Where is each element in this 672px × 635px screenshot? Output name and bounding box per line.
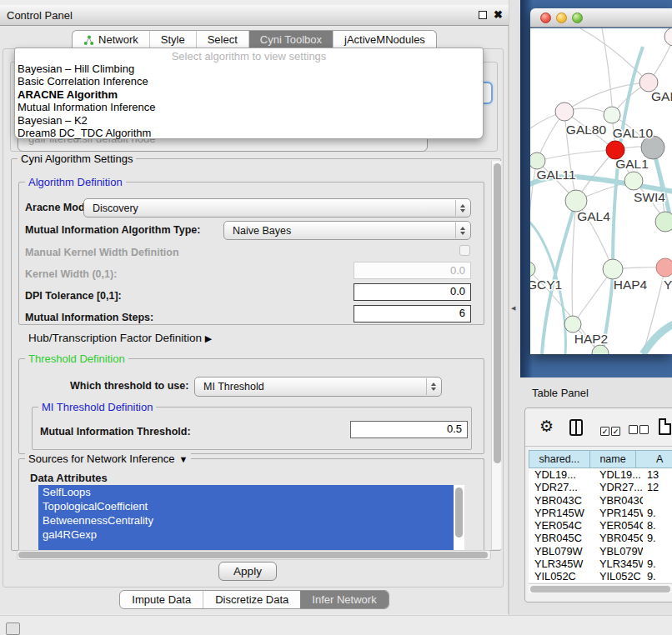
node-gal80[interactable] [555, 102, 574, 121]
node-hap4[interactable] [603, 259, 623, 279]
list-item-gal4rgexp[interactable]: gal4RGexp [38, 528, 464, 542]
panel-corner-icon[interactable] [6, 622, 20, 635]
tab-discretize-data[interactable]: Discretize Data [203, 591, 300, 608]
algorithm-definition-title: Algorithm Definition [25, 176, 126, 188]
column-layout-icon[interactable] [569, 419, 583, 436]
table-panel: Table Panel ⚙ ✓✓ shared... name A YDL19.… [520, 378, 672, 635]
toolbox-bottom-tabbar: Impute Data Discretize Data Infer Networ… [0, 590, 509, 609]
sources-group-title: Sources for Network Inference ▼ [25, 452, 191, 465]
dropdown-item-bayesian-hill-climbing[interactable]: Bayesian – Hill Climbing [15, 62, 483, 75]
node-gal11[interactable] [530, 152, 545, 169]
list-item-partial[interactable] [38, 542, 464, 550]
float-window-icon[interactable] [479, 11, 487, 19]
minimize-traffic-light-icon[interactable] [556, 12, 567, 23]
settings-hscroll-thumb[interactable] [18, 552, 488, 558]
table-row[interactable]: YDR27...YDR27...12 [529, 481, 672, 493]
mi-threshold-group-title: MI Threshold Definition [38, 401, 156, 413]
node-swi4[interactable] [624, 172, 643, 190]
cell-name: YBR045C [594, 532, 643, 544]
table-horizontal-scrollbar[interactable] [529, 583, 672, 593]
table-hscroll-thumb[interactable] [530, 586, 670, 592]
select-all-columns-icon[interactable]: ✓✓ [600, 422, 622, 438]
settings-horizontal-scrollbar[interactable] [17, 550, 491, 560]
collapse-down-icon[interactable]: ▼ [179, 454, 188, 464]
network-window-titlebar[interactable] [530, 8, 672, 28]
export-table-icon[interactable] [659, 418, 671, 435]
table-row[interactable]: YPR145WYPR145W9. [529, 507, 672, 519]
cell-name: YBR043C [594, 494, 643, 507]
network-graph: GAL GAL80 GAL10 GAL1 GAL11 SWI4 GAL4 GCY… [530, 28, 672, 354]
label-swi4: SWI4 [634, 190, 665, 204]
tab-network[interactable]: Network [73, 31, 149, 49]
tab-style[interactable]: Style [149, 31, 196, 49]
mi-algorithm-type-combo[interactable]: Naive Bayes [223, 221, 471, 240]
column-header-shared-name[interactable]: shared... [529, 450, 590, 468]
data-attributes-label: Data Attributes [30, 472, 108, 484]
table-row[interactable]: YLR345WYLR345W9. [529, 558, 672, 570]
hub-factor-expander[interactable]: Hub/Transcription Factor Definition ▶ [28, 332, 212, 344]
tab-select[interactable]: Select [196, 31, 248, 49]
which-threshold-combo[interactable]: MI Threshold [194, 377, 442, 397]
mi-threshold-field[interactable]: 0.5 [350, 421, 468, 438]
tab-jactivemnodules[interactable]: jActiveMNodules [333, 31, 436, 49]
list-item-betweennesscentrality[interactable]: BetweennessCentrality [38, 513, 464, 528]
which-threshold-value: MI Threshold [203, 378, 264, 396]
tab-jactivemnodules-label: jActiveMNodules [344, 31, 425, 49]
table-row[interactable]: YBR043CYBR043C [529, 494, 672, 507]
close-icon[interactable]: ✖ [494, 8, 503, 21]
label-y-partial: Y [664, 278, 672, 292]
dropdown-item-dream8[interactable]: Dream8 DC_TDC Algorithm [15, 127, 483, 139]
tab-infer-network[interactable]: Infer Network [300, 591, 388, 608]
dropdown-item-basic-correlation[interactable]: Basic Correlation Inference [15, 75, 483, 88]
settings-vscroll-thumb[interactable] [494, 163, 501, 463]
node-gal10[interactable] [604, 107, 620, 123]
dropdown-item-bayesian-k2[interactable]: Bayesian – K2 [15, 114, 483, 127]
cell-name: YDL19... [594, 468, 643, 481]
table-row[interactable]: YER054CYER054C8. [529, 519, 672, 532]
node-green-right[interactable] [655, 212, 672, 232]
list-item-selfloops[interactable]: SelfLoops [38, 485, 464, 499]
zoom-traffic-light-icon[interactable] [572, 12, 583, 23]
tab-cyni-toolbox[interactable]: Cyni Toolbox [248, 31, 333, 49]
hub-factor-label: Hub/Transcription Factor Definition [28, 332, 202, 344]
cell-value: 9. [643, 507, 672, 519]
table-row[interactable]: YBL079WYBL079W [529, 545, 672, 558]
deselect-all-columns-icon[interactable] [629, 422, 650, 438]
list-scrollbar-track[interactable] [454, 485, 464, 550]
control-panel-titlebar: Control Panel ✖ [0, 5, 509, 26]
combo-stepper-icon [426, 378, 440, 395]
splitter-collapse-icon[interactable]: ◀ [511, 305, 515, 312]
kernel-width-label: Kernel Width (0,1): [25, 268, 117, 280]
gear-icon[interactable]: ⚙ [539, 418, 554, 436]
dropdown-item-aracne[interactable]: ARACNE Algorithm [15, 88, 483, 101]
manual-kernel-width-checkbox [459, 245, 470, 256]
panel-splitter[interactable]: ◀ [509, 0, 520, 635]
list-scrollbar-thumb[interactable] [455, 488, 463, 538]
network-canvas[interactable]: GAL GAL80 GAL10 GAL1 GAL11 SWI4 GAL4 GCY… [530, 28, 672, 354]
aracne-mode-value: Discovery [93, 199, 138, 217]
list-item-topologicalcoefficient[interactable]: TopologicalCoefficient [38, 499, 464, 513]
dpi-tolerance-field[interactable]: 0.0 [354, 283, 471, 301]
close-traffic-light-icon[interactable] [540, 12, 551, 23]
node-y-partial[interactable] [656, 258, 672, 277]
node-gcy1[interactable] [530, 262, 535, 277]
cell-name: YIL052C [594, 570, 643, 582]
table-row[interactable]: YBR045CYBR045C9. [529, 532, 672, 544]
settings-vertical-scrollbar[interactable] [491, 161, 501, 549]
node-edge-partial[interactable] [664, 28, 672, 46]
apply-button[interactable]: Apply [218, 562, 277, 581]
table-row[interactable]: YDL19...YDL19...13 [529, 468, 672, 481]
cell-shared: YER054C [529, 519, 594, 532]
tab-impute-data[interactable]: Impute Data [120, 591, 203, 608]
cell-shared: YDR27... [529, 481, 594, 493]
table-header-row: shared... name A [529, 450, 672, 468]
column-header-name[interactable]: name [590, 450, 637, 468]
column-header-partial[interactable]: A [636, 450, 672, 468]
sources-title-text: Sources for Network Inference [28, 452, 175, 465]
mi-steps-field[interactable]: 6 [354, 305, 471, 322]
aracne-mode-combo[interactable]: Discovery [83, 198, 471, 218]
node-hap2[interactable] [564, 316, 581, 332]
which-threshold-label: Which threshold to use: [70, 380, 188, 392]
table-row[interactable]: YIL052CYIL052C9. [529, 570, 672, 582]
dropdown-item-mutual-information[interactable]: Mutual Information Inference [15, 101, 483, 113]
